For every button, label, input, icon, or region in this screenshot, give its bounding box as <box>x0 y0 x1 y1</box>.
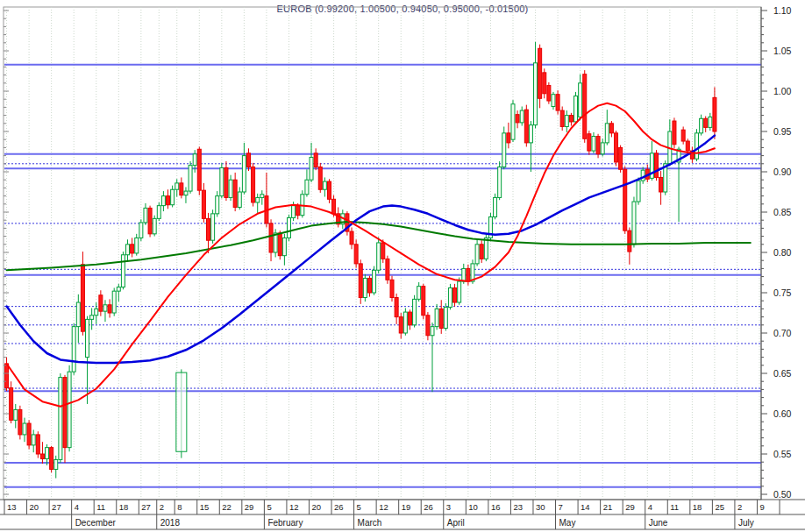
candle-up <box>153 218 156 233</box>
x-tick-label: 22 <box>222 502 232 512</box>
candle-down <box>583 74 587 139</box>
candle-down <box>233 180 237 207</box>
x-tick-label: 15 <box>200 502 210 512</box>
candle-down <box>655 153 659 178</box>
candle-down <box>197 149 201 190</box>
x-tick-label: 7 <box>559 502 563 512</box>
x-tick-label: 11 <box>670 502 679 512</box>
x-tick-label: 10 <box>468 502 478 512</box>
y-axis-label: 1.10 <box>773 5 792 16</box>
candle-up <box>126 245 130 255</box>
candle-down <box>547 86 551 101</box>
y-axis-label: 0.65 <box>773 368 792 379</box>
x-tick-label: 25 <box>715 502 724 512</box>
candle-down <box>359 264 362 298</box>
x-tick-label: 5 <box>267 502 271 512</box>
candle-down <box>480 245 483 259</box>
y-axis-label: 0.75 <box>773 287 792 298</box>
y-axis-label: 0.50 <box>773 489 792 500</box>
candle-up <box>305 180 309 195</box>
candle-up <box>103 305 107 311</box>
candle-down <box>399 317 402 333</box>
x-tick-label: 12 <box>379 502 388 512</box>
candle-up <box>76 302 80 327</box>
candle-up <box>431 327 434 336</box>
candle-down <box>246 153 250 167</box>
candle-down <box>673 121 676 145</box>
x-month-label: May <box>559 518 576 528</box>
candle-up <box>462 268 466 281</box>
candle-up <box>494 197 497 216</box>
y-axis-label: 0.80 <box>773 247 792 258</box>
x-month-label: March <box>358 518 382 528</box>
candle-up <box>534 63 538 125</box>
candle-down <box>615 133 618 162</box>
candle-down <box>327 181 331 199</box>
x-tick-label: 26 <box>424 502 433 512</box>
candle-up <box>139 223 143 238</box>
candle-up <box>211 214 215 240</box>
candle-down <box>713 97 716 131</box>
candle-up <box>637 181 640 202</box>
x-month-label: December <box>75 518 117 528</box>
candle-up <box>502 133 506 167</box>
candle-down <box>628 231 631 252</box>
axis-left <box>4 11 9 494</box>
outlier-bar <box>176 369 187 458</box>
candle-up <box>157 206 160 219</box>
candle-down <box>524 110 528 143</box>
candle-down <box>659 177 663 192</box>
candles-layer[interactable] <box>5 42 716 479</box>
candle-up <box>216 196 219 214</box>
candle-up <box>498 167 502 197</box>
x-tick-label: 26 <box>334 502 344 512</box>
x-tick-label: 20 <box>311 502 321 512</box>
candle-down <box>269 223 273 252</box>
x-month-label: June <box>649 518 668 528</box>
candle-up <box>242 156 246 192</box>
candle-down <box>207 218 210 240</box>
candle-up <box>520 110 524 123</box>
candle-up <box>579 83 582 117</box>
candle-up <box>605 124 609 143</box>
candle-up <box>444 308 447 329</box>
candle-up <box>256 197 260 202</box>
x-month-label: April <box>447 518 465 528</box>
y-axis-label: 0.90 <box>773 167 792 177</box>
candle-up <box>144 208 147 223</box>
candle-down <box>381 243 385 259</box>
candle-down <box>467 268 470 281</box>
y-axis-label: 0.70 <box>773 328 792 338</box>
candle-down <box>332 199 336 214</box>
candle-up <box>121 255 125 287</box>
candle-up <box>274 233 277 252</box>
candle-up <box>373 270 376 293</box>
price-chart[interactable]: 0.500.550.600.650.700.750.800.850.900.95… <box>0 0 805 532</box>
x-tick-label: 3 <box>446 502 451 512</box>
candle-down <box>314 153 317 167</box>
candle-up <box>413 299 417 324</box>
candle-up <box>709 117 712 127</box>
candle-down <box>202 190 205 218</box>
levels-layer <box>4 65 761 487</box>
candle-down <box>543 73 546 94</box>
candle-up <box>475 245 479 264</box>
candle-down <box>453 287 457 302</box>
x-tick-label: 16 <box>491 502 501 512</box>
candle-up <box>632 202 636 245</box>
chart-window: EUROB (0.99200, 1.00500, 0.94050, 0.9500… <box>0 0 805 532</box>
candle-up <box>72 327 75 372</box>
candle-up <box>403 312 407 333</box>
candle-down <box>10 388 13 421</box>
candle-up <box>417 287 421 300</box>
candle-up <box>68 372 71 447</box>
ma-mid-blue <box>7 136 715 363</box>
candle-up <box>292 206 296 218</box>
y-axis-label: 0.95 <box>773 126 792 137</box>
candle-up <box>171 189 175 204</box>
x-tick-label: 9 <box>759 502 764 512</box>
axis-right: 0.500.550.600.650.700.750.800.850.900.95… <box>761 5 792 500</box>
candle-down <box>704 118 708 127</box>
x-tick-label: 18 <box>119 502 129 512</box>
candle-up <box>565 116 568 127</box>
